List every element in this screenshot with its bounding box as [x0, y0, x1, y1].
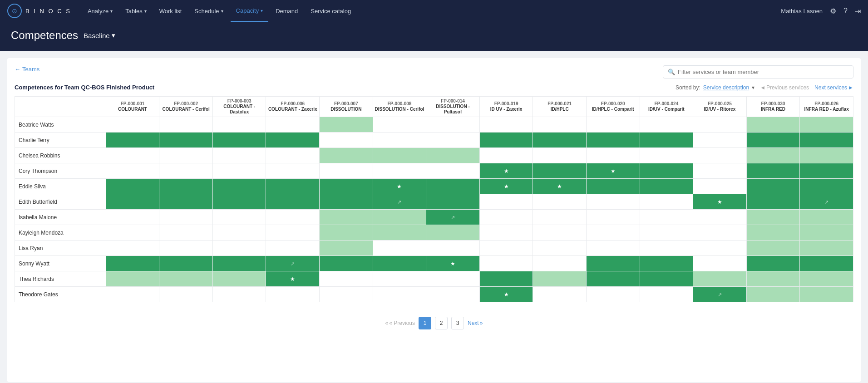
- nav-schedule[interactable]: Schedule ▾: [189, 0, 228, 22]
- competence-cell[interactable]: [800, 148, 853, 163]
- competence-cell[interactable]: [640, 117, 693, 133]
- competence-cell[interactable]: [800, 163, 853, 179]
- competence-cell[interactable]: [800, 133, 853, 148]
- competence-cell[interactable]: [266, 148, 320, 163]
- competence-cell[interactable]: [159, 287, 213, 302]
- competence-cell[interactable]: [212, 210, 266, 225]
- competence-cell[interactable]: [746, 256, 800, 271]
- competence-cell[interactable]: [266, 163, 320, 179]
- competence-cell[interactable]: [533, 210, 587, 225]
- next-page-button[interactable]: Next »: [468, 320, 483, 326]
- competence-cell[interactable]: [320, 117, 373, 133]
- competence-cell[interactable]: [800, 225, 853, 241]
- competence-cell[interactable]: [373, 271, 426, 287]
- search-input[interactable]: [678, 69, 848, 75]
- competence-cell[interactable]: [159, 194, 213, 210]
- competence-cell[interactable]: [373, 287, 426, 302]
- competence-cell[interactable]: [106, 148, 159, 163]
- competence-cell[interactable]: [693, 148, 747, 163]
- competence-cell[interactable]: [693, 271, 747, 287]
- competence-cell[interactable]: [586, 241, 640, 256]
- competence-cell[interactable]: [373, 194, 426, 210]
- competence-cell[interactable]: [320, 163, 373, 179]
- competence-cell[interactable]: [266, 287, 320, 302]
- competence-cell[interactable]: [426, 271, 480, 287]
- competence-cell[interactable]: [586, 287, 640, 302]
- competence-cell[interactable]: [159, 179, 213, 194]
- competence-cell[interactable]: [373, 225, 426, 241]
- competence-cell[interactable]: [479, 271, 533, 287]
- competence-cell[interactable]: [426, 179, 480, 194]
- competence-cell[interactable]: [693, 210, 747, 225]
- competence-cell[interactable]: [800, 179, 853, 194]
- competence-cell[interactable]: [746, 271, 800, 287]
- competence-cell[interactable]: [426, 163, 480, 179]
- competence-cell[interactable]: [266, 117, 320, 133]
- logout-icon[interactable]: ⇥: [855, 7, 861, 15]
- competence-cell[interactable]: [212, 256, 266, 271]
- competence-cell[interactable]: [159, 271, 213, 287]
- competence-cell[interactable]: [212, 194, 266, 210]
- competence-cell[interactable]: [800, 210, 853, 225]
- nav-analyze[interactable]: Analyze ▾: [82, 0, 118, 22]
- competence-cell[interactable]: [533, 179, 587, 194]
- competence-cell[interactable]: [426, 241, 480, 256]
- competence-cell[interactable]: [746, 179, 800, 194]
- competence-cell[interactable]: [479, 179, 533, 194]
- competence-cell[interactable]: [479, 148, 533, 163]
- page-button-3[interactable]: 3: [451, 317, 464, 329]
- competence-cell[interactable]: [800, 287, 853, 302]
- competence-cell[interactable]: [373, 241, 426, 256]
- competence-cell[interactable]: [479, 225, 533, 241]
- competence-cell[interactable]: [106, 287, 159, 302]
- competence-cell[interactable]: [693, 117, 747, 133]
- baseline-button[interactable]: Baseline ▾: [84, 31, 115, 39]
- competence-cell[interactable]: [426, 225, 480, 241]
- competence-cell[interactable]: [746, 241, 800, 256]
- competence-cell[interactable]: [586, 133, 640, 148]
- competence-cell[interactable]: [479, 287, 533, 302]
- competence-cell[interactable]: [320, 133, 373, 148]
- next-services-button[interactable]: Next services ►: [814, 84, 853, 91]
- competence-cell[interactable]: [373, 148, 426, 163]
- competence-cell[interactable]: [586, 256, 640, 271]
- competence-cell[interactable]: [266, 256, 320, 271]
- competence-cell[interactable]: [320, 225, 373, 241]
- sort-link[interactable]: Service description: [703, 84, 749, 91]
- competence-cell[interactable]: [800, 117, 853, 133]
- competence-cell[interactable]: [533, 241, 587, 256]
- nav-demand[interactable]: Demand: [270, 0, 303, 22]
- competence-cell[interactable]: [693, 194, 747, 210]
- competence-cell[interactable]: [533, 163, 587, 179]
- competence-cell[interactable]: [586, 179, 640, 194]
- competence-cell[interactable]: [533, 225, 587, 241]
- competence-cell[interactable]: [212, 148, 266, 163]
- competence-cell[interactable]: [533, 117, 587, 133]
- competence-cell[interactable]: [159, 256, 213, 271]
- competence-cell[interactable]: [693, 133, 747, 148]
- competence-cell[interactable]: [320, 148, 373, 163]
- competence-cell[interactable]: [479, 117, 533, 133]
- logo[interactable]: ⊙ B I N O C S: [7, 4, 71, 18]
- competence-cell[interactable]: [266, 133, 320, 148]
- competence-cell[interactable]: [212, 163, 266, 179]
- competence-cell[interactable]: [212, 271, 266, 287]
- competence-cell[interactable]: [266, 194, 320, 210]
- competence-cell[interactable]: [640, 148, 693, 163]
- competence-cell[interactable]: [800, 256, 853, 271]
- competence-cell[interactable]: [266, 225, 320, 241]
- competence-cell[interactable]: [159, 117, 213, 133]
- competence-cell[interactable]: [159, 148, 213, 163]
- competence-cell[interactable]: [693, 241, 747, 256]
- competence-cell[interactable]: [640, 133, 693, 148]
- settings-icon[interactable]: ⚙: [830, 7, 836, 15]
- nav-worklist[interactable]: Work list: [154, 0, 187, 22]
- competence-cell[interactable]: [266, 241, 320, 256]
- competence-cell[interactable]: [479, 163, 533, 179]
- competence-cell[interactable]: [746, 287, 800, 302]
- competence-cell[interactable]: [746, 225, 800, 241]
- competence-cell[interactable]: [586, 148, 640, 163]
- competence-cell[interactable]: [159, 163, 213, 179]
- competence-cell[interactable]: [106, 133, 159, 148]
- competence-cell[interactable]: [640, 225, 693, 241]
